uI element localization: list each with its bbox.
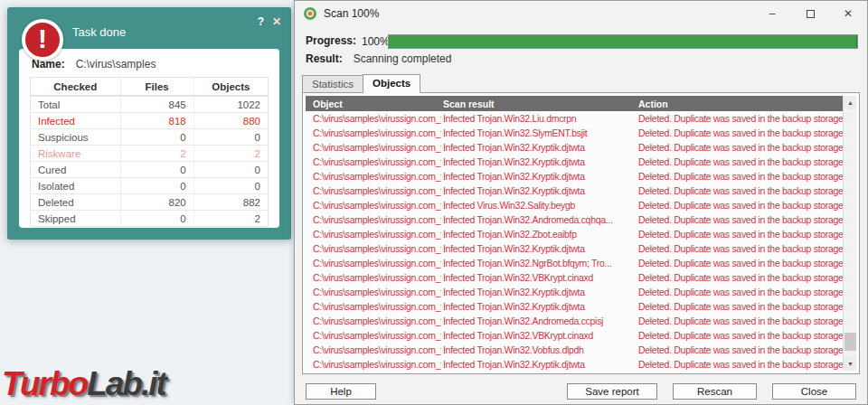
cell-action: Deleted. Duplicate was saved in the back…: [637, 359, 856, 370]
cell-scan-result: Infected Trojan.Win32.Vobfus.dlpdh: [441, 344, 637, 355]
col-header-action: Action: [637, 99, 843, 109]
scan-result-row[interactable]: C:\virus\samples\virussign.com_f3...Infe…: [306, 328, 856, 343]
scan-result-row[interactable]: C:\virus\samples\virussign.com_f5...Infe…: [306, 241, 856, 256]
scan-result-row[interactable]: C:\virus\samples\virussign.com_f3...Infe…: [306, 169, 856, 184]
stat-label: Suspicious: [31, 129, 121, 145]
cell-scan-result: Infected Trojan.Win32.Kryptik.djtwta: [441, 301, 637, 312]
scan-result-row[interactable]: C:\virus\samples\virussign.com_f4...Infe…: [306, 184, 856, 198]
scan-result-row[interactable]: C:\virus\samples\virussign.com_f2...Infe…: [306, 140, 856, 155]
cell-scan-result: Infected Trojan.Win32.Kryptik.djtwta: [441, 156, 637, 167]
scan-result-row[interactable]: C:\virus\samples\virussign.com_f2...Infe…: [306, 212, 856, 227]
progress-value: 100%: [362, 35, 390, 48]
stat-label: Infected: [31, 113, 121, 128]
scan-result-row[interactable]: C:\virus\samples\virussign.com_f1...Infe…: [306, 111, 856, 126]
cell-object: C:\virus\samples\virussign.com_f6...: [306, 287, 441, 297]
task-stats-table: Checked Files Objects Total8451022Infect…: [30, 77, 269, 227]
stat-files: 0: [121, 162, 194, 177]
cell-scan-result: Infected Virus.Win32.Sality.beygb: [441, 200, 637, 211]
scan-result-row[interactable]: C:\virus\samples\virussign.com_f2...Infe…: [306, 256, 856, 270]
scan-results-panel: Object Scan result Action C:\virus\sampl…: [302, 92, 860, 374]
scan-window-titlebar: Scan 100% – ✕: [295, 1, 867, 26]
stat-objects: 0: [194, 178, 268, 193]
alert-glyph: !: [38, 25, 47, 52]
task-stats-row: Riskware22: [31, 145, 268, 161]
task-stats-row: Total8451022: [31, 96, 268, 112]
tab-objects[interactable]: Objects: [363, 74, 420, 93]
cell-action: Deleted. Duplicate was saved in the back…: [637, 301, 856, 312]
cell-object: C:\virus\samples\virussign.com_f3...: [306, 330, 441, 341]
cell-object: C:\virus\samples\virussign.com_f4...: [306, 185, 441, 196]
alert-exclamation-icon: !: [22, 19, 63, 61]
minimize-icon[interactable]: –: [753, 1, 791, 26]
scan-result-row[interactable]: C:\virus\samples\virussign.com_f2...Infe…: [306, 227, 856, 241]
cell-action: Deleted. Duplicate was saved in the back…: [637, 243, 856, 254]
scan-result-row[interactable]: C:\virus\samples\virussign.com_f6...Infe…: [306, 299, 856, 314]
watermark-turbo: Turbo: [2, 365, 87, 402]
cell-action: Deleted. Duplicate was saved in the back…: [637, 127, 856, 138]
col-header-files: Files: [121, 78, 194, 95]
stat-files: 818: [121, 113, 194, 128]
save-report-button[interactable]: Save report: [567, 383, 657, 400]
help-button[interactable]: Help: [306, 383, 376, 400]
scroll-up-icon[interactable]: ▲: [844, 96, 856, 109]
rescan-button[interactable]: Rescan: [673, 383, 757, 400]
close-window-icon[interactable]: ✕: [829, 1, 867, 26]
cell-object: C:\virus\samples\virussign.com_f2...: [306, 200, 441, 211]
tab-strip: Statistics Objects: [302, 74, 420, 93]
stat-objects: 882: [194, 194, 268, 210]
task-dialog-title: Task done: [72, 25, 126, 39]
cell-scan-result: Infected Trojan.Win32.Kryptik.djtwta: [441, 359, 637, 370]
cell-scan-result: Infected Trojan.Win32.Kryptik.djtwta: [441, 185, 637, 196]
cell-object: C:\virus\samples\virussign.com_f5...: [306, 243, 441, 254]
scan-result-row[interactable]: C:\virus\samples\virussign.com_f3...Infe…: [306, 270, 856, 285]
scroll-down-icon[interactable]: ▼: [844, 357, 856, 371]
stat-objects: 0: [194, 162, 268, 177]
scan-result-row[interactable]: C:\virus\samples\virussign.com_f8...Infe…: [306, 357, 856, 371]
stat-label: Cured: [31, 162, 121, 177]
close-icon[interactable]: ✕: [272, 15, 281, 28]
scan-result-row[interactable]: C:\virus\samples\virussign.com_f6...Infe…: [306, 285, 856, 299]
scan-result-row[interactable]: C:\virus\samples\virussign.com_f4...Infe…: [306, 343, 856, 357]
stat-label: Isolated: [31, 178, 121, 193]
cell-action: Deleted. Duplicate was saved in the back…: [637, 185, 856, 196]
cell-scan-result: Infected Trojan.Win32.SlymENT.bsjit: [441, 127, 637, 138]
stat-objects: 1022: [194, 97, 268, 112]
cell-object: C:\virus\samples\virussign.com_f3...: [306, 156, 441, 167]
task-dialog-header: ! Task done ? ✕: [7, 7, 291, 49]
task-stats-row: Skipped02: [31, 210, 268, 226]
results-scrollbar[interactable]: ▲ ▼: [843, 96, 856, 371]
maximize-icon[interactable]: [791, 1, 829, 26]
scan-results-rows: C:\virus\samples\virussign.com_f1...Infe…: [306, 111, 856, 371]
cell-object: C:\virus\samples\virussign.com_f2...: [306, 258, 441, 268]
help-icon[interactable]: ?: [258, 15, 264, 28]
scan-result-row[interactable]: C:\virus\samples\virussign.com_f1...Infe…: [306, 126, 856, 140]
cell-scan-result: Infected Trojan.Win32.VBKrypt.cinaxd: [441, 330, 637, 341]
cell-scan-result: Infected Trojan.Win32.Andromeda.cqhqa...: [441, 214, 637, 225]
stat-objects: 880: [194, 113, 268, 128]
cell-scan-result: Infected Trojan.Win32.NgrBot.bfqym; Tro.…: [441, 258, 637, 268]
task-dialog-body: Name:C:\virus\samples Checked Files Obje…: [19, 49, 279, 228]
stat-label: Deleted: [31, 194, 121, 210]
stat-files: 0: [121, 211, 194, 226]
cell-scan-result: Infected Trojan.Win32.Liu.dmcrpn: [441, 113, 637, 124]
scan-results-table: Object Scan result Action C:\virus\sampl…: [306, 96, 856, 371]
scan-result-row[interactable]: C:\virus\samples\virussign.com_f3...Infe…: [306, 314, 856, 328]
col-header-objects: Objects: [194, 78, 268, 95]
cell-action: Deleted. Duplicate was saved in the back…: [637, 287, 856, 297]
cell-scan-result: Infected Trojan.Win32.Andromeda.ccpisj: [441, 316, 637, 326]
result-value: Scanning completed: [354, 52, 452, 65]
scan-result-row[interactable]: C:\virus\samples\virussign.com_f3...Infe…: [306, 155, 856, 169]
task-stats-header: Checked Files Objects: [31, 78, 268, 96]
close-button[interactable]: Close: [772, 383, 856, 400]
scrollbar-thumb[interactable]: [844, 333, 856, 351]
cell-object: C:\virus\samples\virussign.com_f2...: [306, 229, 441, 240]
cell-object: C:\virus\samples\virussign.com_f6...: [306, 301, 441, 312]
scan-result-row[interactable]: C:\virus\samples\virussign.com_f2...Infe…: [306, 198, 856, 212]
progress-label: Progress:: [306, 34, 356, 47]
tab-statistics[interactable]: Statistics: [302, 75, 363, 93]
cell-action: Deleted. Duplicate was saved in the back…: [637, 330, 856, 341]
turbolab-watermark: TurboLab.it: [2, 365, 165, 403]
cell-object: C:\virus\samples\virussign.com_f8...: [306, 359, 441, 370]
task-stats-row: Infected818880: [31, 112, 268, 128]
stat-label: Riskware: [31, 146, 121, 161]
